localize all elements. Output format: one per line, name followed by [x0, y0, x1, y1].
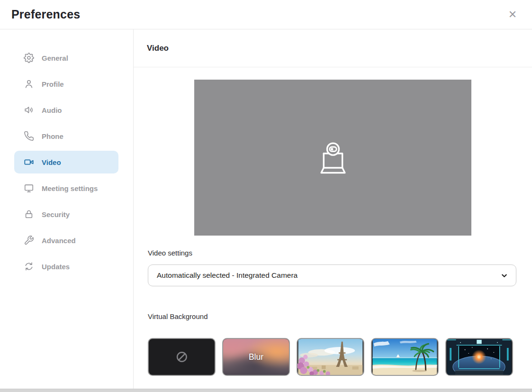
person-icon [24, 79, 34, 89]
vb-option-tropical-beach[interactable] [371, 338, 439, 376]
sidebar-item-label: Audio [42, 106, 62, 114]
preferences-dialog: Preferences ✕ General [0, 0, 532, 392]
sidebar-item-general[interactable]: General [14, 46, 118, 69]
sidebar-item-label: Updates [42, 263, 70, 271]
video-settings-label: Video settings [148, 249, 518, 257]
section-header: Video [134, 29, 532, 67]
sidebar-item-label: Video [42, 158, 61, 166]
close-icon: ✕ [508, 9, 517, 20]
sidebar-item-label: Profile [42, 80, 64, 88]
close-button[interactable]: ✕ [505, 8, 520, 22]
sidebar-item-label: Advanced [42, 237, 76, 245]
sidebar-item-video[interactable]: Video [14, 151, 118, 173]
section-title: Video [147, 44, 169, 53]
video-camera-icon [24, 157, 34, 167]
camera-preview [194, 80, 471, 236]
beach-background-image [372, 339, 438, 375]
sidebar-item-advanced[interactable]: Advanced [14, 229, 118, 252]
preferences-sidebar: General Profile [0, 29, 134, 389]
wrench-icon [24, 235, 34, 246]
sidebar-item-security[interactable]: Security [14, 203, 118, 226]
sidebar-item-label: General [42, 54, 68, 62]
camera-select-value: Automatically selected - Integrated Came… [157, 271, 298, 280]
sidebar-item-audio[interactable]: Audio [14, 99, 118, 121]
video-settings-panel: Video Video settings [134, 29, 532, 389]
vb-option-spaceship-earth-view[interactable] [445, 338, 513, 376]
sidebar-item-label: Security [42, 210, 70, 219]
chevron-down-icon [501, 273, 507, 279]
vb-option-none[interactable] [148, 338, 216, 376]
vb-option-blur[interactable]: Blur [222, 338, 290, 376]
spaceship-background-image [446, 339, 512, 375]
virtual-background-options: Blur [148, 338, 518, 376]
sidebar-item-updates[interactable]: Updates [14, 255, 118, 278]
speaker-icon [24, 105, 34, 115]
phone-icon [24, 131, 34, 141]
sidebar-item-phone[interactable]: Phone [14, 125, 118, 147]
vb-option-paris-eiffel-tower[interactable] [297, 338, 364, 376]
refresh-icon [24, 261, 34, 272]
sidebar-item-profile[interactable]: Profile [14, 73, 118, 95]
monitor-icon [24, 183, 34, 193]
dialog-header: Preferences ✕ [0, 0, 532, 29]
sidebar-item-label: Meeting settings [42, 184, 98, 192]
virtual-background-label: Virtual Background [148, 312, 518, 320]
webcam-laptop-icon [313, 140, 353, 175]
camera-select[interactable]: Automatically selected - Integrated Came… [148, 264, 516, 286]
blur-option-label: Blur [223, 339, 289, 375]
lock-icon [24, 209, 34, 219]
sidebar-item-label: Phone [42, 132, 63, 140]
prohibition-icon [172, 347, 192, 367]
window-bottom-edge [0, 389, 532, 392]
dialog-title: Preferences [11, 8, 80, 21]
paris-background-image [298, 339, 363, 375]
sidebar-item-meeting-settings[interactable]: Meeting settings [14, 177, 118, 200]
gear-icon [24, 53, 34, 63]
